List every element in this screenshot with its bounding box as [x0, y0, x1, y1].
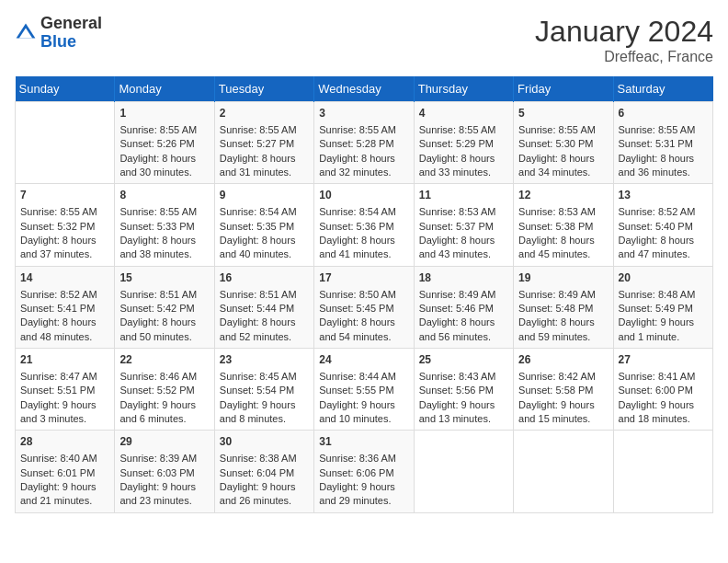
day-number: 1 — [119, 106, 209, 121]
day-number: 5 — [518, 106, 608, 121]
daylight-text: Daylight: 8 hours and 40 minutes. — [220, 234, 309, 262]
calendar-cell: 12Sunrise: 8:53 AMSunset: 5:38 PMDayligh… — [514, 184, 613, 266]
logo-blue-text: Blue — [40, 32, 76, 51]
header-day-tuesday: Tuesday — [214, 76, 313, 102]
day-number: 21 — [20, 352, 109, 368]
day-number: 17 — [319, 270, 408, 286]
calendar-cell: 26Sunrise: 8:42 AMSunset: 5:58 PMDayligh… — [514, 349, 613, 431]
sunrise-text: Sunrise: 8:55 AM — [220, 123, 309, 137]
calendar-cell: 14Sunrise: 8:52 AMSunset: 5:41 PMDayligh… — [16, 266, 115, 348]
title-block: January 2024 Dreffeac, France — [535, 15, 713, 65]
day-number: 7 — [20, 188, 109, 203]
daylight-text: Daylight: 8 hours and 43 minutes. — [419, 234, 508, 262]
day-number: 31 — [319, 434, 408, 450]
day-number: 11 — [419, 188, 508, 203]
calendar-cell: 24Sunrise: 8:44 AMSunset: 5:55 PMDayligh… — [314, 349, 414, 431]
day-number: 4 — [419, 106, 508, 121]
sunset-text: Sunset: 5:26 PM — [119, 137, 209, 151]
calendar-cell — [16, 102, 115, 184]
sunrise-text: Sunrise: 8:47 AM — [20, 370, 109, 384]
daylight-text: Daylight: 8 hours and 36 minutes. — [619, 152, 708, 180]
daylight-text: Daylight: 8 hours and 33 minutes. — [419, 152, 508, 180]
sunrise-text: Sunrise: 8:54 AM — [319, 205, 408, 219]
sunset-text: Sunset: 5:52 PM — [119, 384, 209, 397]
daylight-text: Daylight: 9 hours and 3 minutes. — [20, 398, 109, 427]
calendar-week-3: 14Sunrise: 8:52 AMSunset: 5:41 PMDayligh… — [16, 266, 713, 348]
header-day-saturday: Saturday — [613, 76, 712, 102]
day-number: 18 — [419, 270, 508, 286]
calendar-cell: 5Sunrise: 8:55 AMSunset: 5:30 PMDaylight… — [514, 102, 613, 184]
sunrise-text: Sunrise: 8:50 AM — [319, 288, 408, 302]
sunrise-text: Sunrise: 8:53 AM — [419, 205, 508, 219]
sunrise-text: Sunrise: 8:51 AM — [220, 288, 309, 302]
daylight-text: Daylight: 9 hours and 15 minutes. — [518, 398, 608, 427]
page-header: General Blue January 2024 Dreffeac, Fran… — [15, 15, 713, 65]
header-day-friday: Friday — [514, 76, 613, 102]
calendar-cell: 3Sunrise: 8:55 AMSunset: 5:28 PMDaylight… — [314, 102, 414, 184]
daylight-text: Daylight: 8 hours and 47 minutes. — [619, 234, 708, 262]
day-number: 25 — [419, 352, 508, 368]
sunset-text: Sunset: 5:28 PM — [319, 137, 408, 151]
sunrise-text: Sunrise: 8:41 AM — [619, 370, 708, 384]
calendar-cell: 18Sunrise: 8:49 AMSunset: 5:46 PMDayligh… — [414, 266, 513, 348]
daylight-text: Daylight: 8 hours and 54 minutes. — [319, 316, 408, 344]
calendar-cell: 8Sunrise: 8:55 AMSunset: 5:33 PMDaylight… — [115, 184, 214, 266]
logo-icon — [15, 22, 37, 44]
daylight-text: Daylight: 8 hours and 37 minutes. — [20, 234, 109, 262]
calendar-cell: 15Sunrise: 8:51 AMSunset: 5:42 PMDayligh… — [115, 266, 214, 348]
day-number: 12 — [518, 188, 608, 203]
logo-text: General Blue — [40, 15, 102, 52]
day-number: 30 — [220, 434, 309, 450]
calendar-cell: 29Sunrise: 8:39 AMSunset: 6:03 PMDayligh… — [115, 431, 214, 512]
sunset-text: Sunset: 5:51 PM — [20, 384, 109, 397]
sunset-text: Sunset: 5:40 PM — [619, 220, 708, 234]
calendar-week-4: 21Sunrise: 8:47 AMSunset: 5:51 PMDayligh… — [16, 349, 713, 431]
day-number: 27 — [619, 352, 708, 368]
daylight-text: Daylight: 9 hours and 29 minutes. — [319, 480, 408, 509]
sunrise-text: Sunrise: 8:38 AM — [220, 452, 309, 465]
daylight-text: Daylight: 8 hours and 32 minutes. — [319, 152, 408, 180]
sunset-text: Sunset: 5:37 PM — [419, 220, 508, 234]
calendar-week-2: 7Sunrise: 8:55 AMSunset: 5:32 PMDaylight… — [16, 184, 713, 266]
calendar-cell: 2Sunrise: 8:55 AMSunset: 5:27 PMDaylight… — [214, 102, 313, 184]
sunrise-text: Sunrise: 8:46 AM — [119, 370, 209, 384]
sunset-text: Sunset: 6:03 PM — [119, 466, 209, 480]
calendar-cell: 6Sunrise: 8:55 AMSunset: 5:31 PMDaylight… — [613, 102, 712, 184]
calendar-cell: 13Sunrise: 8:52 AMSunset: 5:40 PMDayligh… — [613, 184, 712, 266]
daylight-text: Daylight: 9 hours and 1 minute. — [619, 316, 708, 344]
sunset-text: Sunset: 5:29 PM — [419, 137, 508, 151]
day-number: 28 — [20, 434, 109, 450]
calendar-cell: 23Sunrise: 8:45 AMSunset: 5:54 PMDayligh… — [214, 349, 313, 431]
calendar-cell: 21Sunrise: 8:47 AMSunset: 5:51 PMDayligh… — [16, 349, 115, 431]
sunrise-text: Sunrise: 8:36 AM — [319, 452, 408, 465]
day-number: 2 — [220, 106, 309, 121]
header-row: SundayMondayTuesdayWednesdayThursdayFrid… — [16, 76, 713, 102]
sunrise-text: Sunrise: 8:55 AM — [119, 123, 209, 137]
sunrise-text: Sunrise: 8:52 AM — [619, 205, 708, 219]
sunset-text: Sunset: 5:38 PM — [518, 220, 608, 234]
day-number: 19 — [518, 270, 608, 286]
calendar-cell: 1Sunrise: 8:55 AMSunset: 5:26 PMDaylight… — [115, 102, 214, 184]
day-number: 8 — [119, 188, 209, 203]
daylight-text: Daylight: 8 hours and 34 minutes. — [518, 152, 608, 180]
sunset-text: Sunset: 5:35 PM — [220, 220, 309, 234]
calendar-cell: 20Sunrise: 8:48 AMSunset: 5:49 PMDayligh… — [613, 266, 712, 348]
calendar-cell: 19Sunrise: 8:49 AMSunset: 5:48 PMDayligh… — [514, 266, 613, 348]
sunset-text: Sunset: 5:33 PM — [119, 220, 209, 234]
sunset-text: Sunset: 5:54 PM — [220, 384, 309, 397]
day-number: 9 — [220, 188, 309, 203]
sunrise-text: Sunrise: 8:53 AM — [518, 205, 608, 219]
sunrise-text: Sunrise: 8:39 AM — [119, 452, 209, 465]
sunset-text: Sunset: 5:58 PM — [518, 384, 608, 397]
calendar-cell: 7Sunrise: 8:55 AMSunset: 5:32 PMDaylight… — [16, 184, 115, 266]
header-day-monday: Monday — [115, 76, 214, 102]
daylight-text: Daylight: 8 hours and 45 minutes. — [518, 234, 608, 262]
daylight-text: Daylight: 8 hours and 41 minutes. — [319, 234, 408, 262]
sunset-text: Sunset: 5:48 PM — [518, 302, 608, 316]
calendar-cell: 22Sunrise: 8:46 AMSunset: 5:52 PMDayligh… — [115, 349, 214, 431]
sunrise-text: Sunrise: 8:49 AM — [419, 288, 508, 302]
daylight-text: Daylight: 9 hours and 21 minutes. — [20, 480, 109, 509]
day-number: 26 — [518, 352, 608, 368]
sunset-text: Sunset: 5:42 PM — [119, 302, 209, 316]
sunset-text: Sunset: 6:01 PM — [20, 466, 109, 480]
